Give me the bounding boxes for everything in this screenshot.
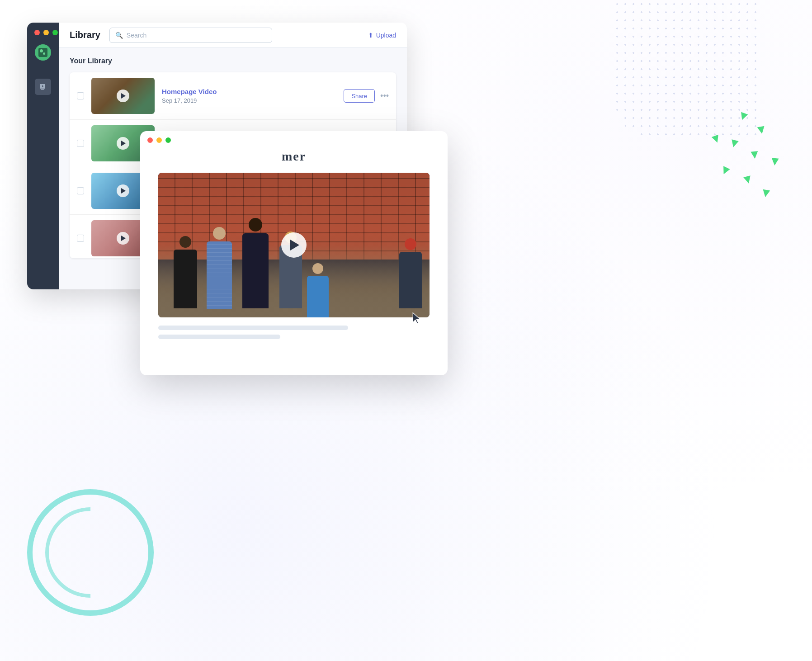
person-head <box>179 236 191 248</box>
decorative-arrows <box>685 109 776 208</box>
app-logo[interactable] <box>35 44 51 61</box>
video-title-1[interactable]: Homepage Video <box>162 88 336 95</box>
arrow-icon <box>743 175 752 184</box>
person-silhouette <box>203 227 235 308</box>
person-silhouette <box>396 238 425 308</box>
person-body <box>174 250 197 308</box>
library-section-title: Your Library <box>70 57 396 65</box>
player-body: mer <box>140 149 448 353</box>
person-head <box>312 263 323 274</box>
meta-line-subtitle <box>158 335 280 339</box>
person-head <box>213 227 226 240</box>
arrow-icon <box>762 189 770 198</box>
play-icon <box>121 188 126 194</box>
meta-line-title <box>158 326 348 330</box>
person-head <box>405 238 416 250</box>
maximize-window-button[interactable] <box>52 30 58 35</box>
player-window: mer <box>140 131 448 375</box>
person-body <box>207 241 232 309</box>
minimize-window-button[interactable] <box>43 30 49 35</box>
page-title: Library <box>70 30 100 40</box>
sidebar-item-library[interactable] <box>35 79 51 95</box>
person-body <box>242 233 269 308</box>
video-checkbox-1[interactable] <box>77 92 84 99</box>
video-thumbnail-1[interactable] <box>91 78 155 114</box>
video-checkbox-4[interactable] <box>77 235 84 242</box>
arrow-icon <box>730 139 739 148</box>
video-date-1: Sep 17, 2019 <box>162 97 336 104</box>
arrow-icon <box>739 112 748 122</box>
window-controls <box>34 30 58 35</box>
app-header: Library 🔍 Search ⬆ Upload <box>59 23 407 48</box>
share-button-1[interactable]: Share <box>344 89 375 103</box>
cursor <box>411 312 425 328</box>
person-body <box>307 276 329 317</box>
sidebar <box>27 23 59 289</box>
search-bar[interactable]: 🔍 Search <box>109 28 272 43</box>
arrow-icon <box>720 166 730 175</box>
more-options-button-1[interactable]: ••• <box>380 91 389 101</box>
player-window-controls <box>140 131 448 149</box>
search-placeholder: Search <box>127 32 146 39</box>
play-button[interactable] <box>117 137 129 150</box>
play-button-large[interactable] <box>281 232 307 258</box>
play-button[interactable] <box>117 232 129 245</box>
play-button[interactable] <box>117 90 129 102</box>
brand-logo-area: mer <box>282 149 306 164</box>
video-actions-1: Share ••• <box>344 89 389 103</box>
arrow-icon <box>771 158 779 165</box>
play-icon <box>121 141 126 146</box>
upload-label: Upload <box>376 32 396 39</box>
cursor-icon <box>411 312 425 326</box>
person-silhouette <box>303 263 332 317</box>
video-library-icon <box>39 83 47 91</box>
logo-icon <box>38 48 47 57</box>
person-silhouette <box>172 236 199 308</box>
person-body <box>399 252 422 308</box>
arrow-icon <box>757 126 766 135</box>
upload-icon: ⬆ <box>368 32 373 39</box>
upload-button[interactable]: ⬆ Upload <box>368 32 396 39</box>
play-button[interactable] <box>117 184 129 197</box>
person-silhouette <box>240 218 271 308</box>
table-row: Homepage Video Sep 17, 2019 Share ••• <box>70 72 396 120</box>
maximize-player-button[interactable] <box>165 137 171 143</box>
brand-logo: mer <box>282 149 306 164</box>
arrow-icon <box>751 151 758 159</box>
play-icon <box>290 240 299 250</box>
person-head <box>249 218 262 231</box>
play-icon <box>121 236 126 241</box>
video-player-area[interactable] <box>158 173 430 317</box>
video-metadata <box>158 326 430 339</box>
play-icon <box>121 93 126 99</box>
close-window-button[interactable] <box>34 30 40 35</box>
video-checkbox-2[interactable] <box>77 140 84 147</box>
video-checkbox-3[interactable] <box>77 187 84 194</box>
search-icon: 🔍 <box>115 32 123 39</box>
close-player-button[interactable] <box>147 137 153 143</box>
arrow-icon <box>712 135 721 144</box>
video-info-1: Homepage Video Sep 17, 2019 <box>162 88 336 104</box>
minimize-player-button[interactable] <box>156 137 162 143</box>
